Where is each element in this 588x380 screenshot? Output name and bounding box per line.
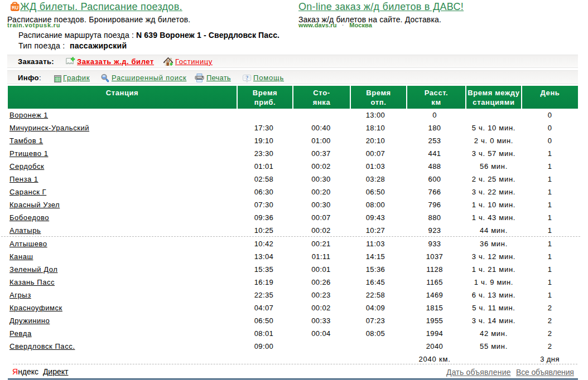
svg-text:?: ?: [245, 75, 248, 81]
svg-text:RU: RU: [12, 5, 18, 11]
